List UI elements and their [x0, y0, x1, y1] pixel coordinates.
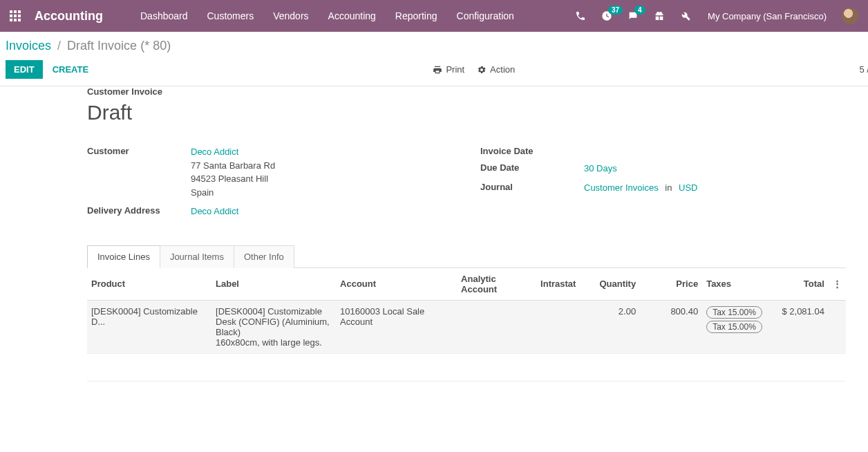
tab-invoice-lines[interactable]: Invoice Lines: [87, 245, 160, 268]
discuss-badge: 4: [634, 6, 645, 15]
tab-journal-items[interactable]: Journal Items: [160, 245, 234, 268]
col-analytic[interactable]: Analytic Account: [457, 267, 536, 300]
pager[interactable]: 5 /: [860, 64, 868, 75]
cell-label: [DESK0004] Customizable Desk (CONFIG) (A…: [211, 300, 336, 353]
avatar[interactable]: [842, 8, 858, 24]
gear-icon: [477, 65, 487, 75]
form-sheet: Customer Invoice Draft Customer Deco Add…: [76, 86, 857, 452]
menu-vendors[interactable]: Vendors: [263, 0, 318, 32]
topbar: Accounting Dashboard Customers Vendors A…: [0, 0, 868, 32]
col-intrastat[interactable]: Intrastat: [536, 267, 592, 300]
create-button[interactable]: CREATE: [53, 64, 88, 75]
activity-icon[interactable]: 37: [594, 0, 619, 32]
due-date-label: Due Date: [480, 162, 584, 173]
currency-link[interactable]: USD: [679, 182, 697, 193]
doc-status: Draft: [87, 101, 846, 124]
col-account[interactable]: Account: [336, 267, 457, 300]
action-dropdown[interactable]: Action: [477, 64, 515, 75]
cell-intrastat: [536, 300, 592, 353]
customer-addr2: 94523 Pleasant Hill: [191, 173, 268, 184]
customer-link[interactable]: Deco Addict: [191, 147, 238, 157]
customer-label: Customer: [87, 145, 191, 156]
invoice-lines-table: Product Label Account Analytic Account I…: [87, 267, 846, 382]
cell-price: 800.40: [640, 300, 702, 353]
tools-icon[interactable]: [673, 0, 698, 32]
apps-icon[interactable]: [4, 5, 26, 27]
gift-icon[interactable]: [647, 0, 672, 32]
customer-country: Spain: [191, 187, 214, 198]
journal-label: Journal: [480, 181, 584, 192]
col-product[interactable]: Product: [87, 267, 211, 300]
cell-product: [DESK0004] Customizable D...: [87, 300, 211, 353]
tab-other-info[interactable]: Other Info: [234, 245, 294, 268]
print-icon: [433, 65, 442, 75]
control-panel: Invoices / Draft Invoice (* 80) EDIT CRE…: [0, 32, 868, 86]
col-label[interactable]: Label: [211, 267, 336, 300]
due-date-link[interactable]: 30 Days: [584, 163, 617, 173]
delivery-label: Delivery Address: [87, 205, 191, 216]
col-price[interactable]: Price: [640, 267, 702, 300]
main-menu: Dashboard Customers Vendors Accounting R…: [131, 0, 524, 32]
tax-pill: Tax 15.00%: [706, 306, 762, 319]
breadcrumb-root[interactable]: Invoices: [6, 39, 51, 53]
cell-total: $ 2,081.04: [766, 300, 829, 353]
col-taxes[interactable]: Taxes: [702, 267, 766, 300]
cell-quantity: 2.00: [592, 300, 640, 353]
breadcrumb: Invoices / Draft Invoice (* 80): [0, 32, 868, 56]
menu-reporting[interactable]: Reporting: [386, 0, 447, 32]
menu-accounting[interactable]: Accounting: [319, 0, 386, 32]
tax-pill: Tax 15.00%: [706, 321, 762, 333]
brand[interactable]: Accounting: [35, 9, 103, 23]
invoice-line-empty: [87, 353, 846, 381]
menu-configuration[interactable]: Configuration: [447, 0, 524, 32]
col-options-icon[interactable]: ⋮: [829, 267, 846, 300]
journal-link[interactable]: Customer Invoices: [584, 182, 659, 193]
doc-type-label: Customer Invoice: [87, 86, 846, 97]
discuss-icon[interactable]: 4: [621, 0, 645, 32]
phone-icon[interactable]: [568, 0, 593, 32]
invoice-date-label: Invoice Date: [480, 145, 584, 156]
cell-account: 10160003 Local Sale Account: [336, 300, 457, 353]
menu-dashboard[interactable]: Dashboard: [131, 0, 198, 32]
invoice-line-row[interactable]: [DESK0004] Customizable D... [DESK0004] …: [87, 300, 846, 353]
customer-addr1: 77 Santa Barbara Rd: [191, 160, 275, 171]
company-selector[interactable]: My Company (San Francisco): [699, 11, 835, 21]
menu-customers[interactable]: Customers: [198, 0, 264, 32]
edit-button[interactable]: EDIT: [6, 60, 43, 79]
breadcrumb-current: Draft Invoice (* 80): [67, 39, 171, 53]
delivery-link[interactable]: Deco Addict: [191, 206, 238, 216]
topbar-right: 37 4 My Company (San Francisco): [568, 0, 864, 32]
tabs: Invoice Lines Journal Items Other Info: [87, 245, 846, 267]
col-quantity[interactable]: Quantity: [592, 267, 640, 300]
cell-analytic: [457, 300, 536, 353]
print-button[interactable]: Print: [433, 64, 464, 75]
cell-taxes: Tax 15.00% Tax 15.00%: [702, 300, 766, 353]
col-total[interactable]: Total: [766, 267, 829, 300]
